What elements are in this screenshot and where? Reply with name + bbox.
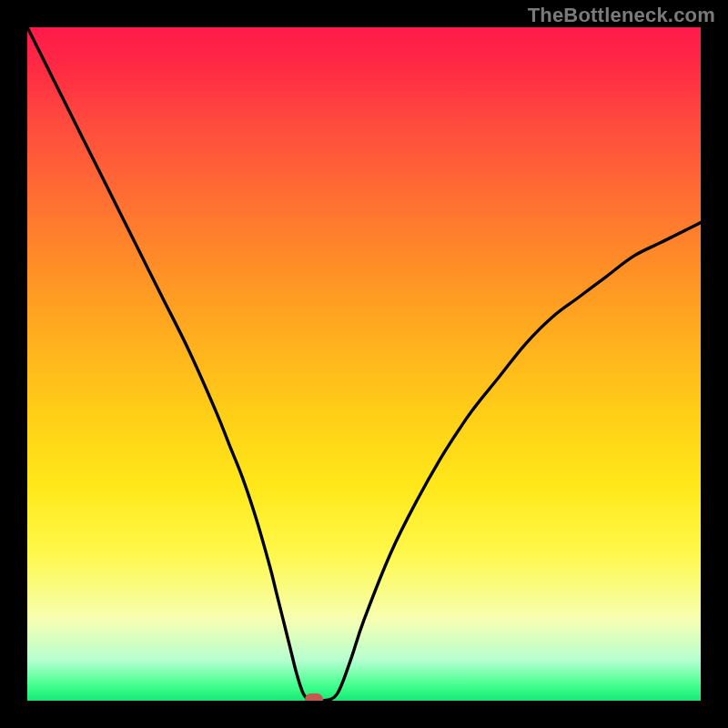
bottleneck-curve (27, 27, 701, 701)
optimal-point-marker (305, 693, 323, 701)
chart-frame: TheBottleneck.com (0, 0, 728, 728)
watermark-text: TheBottleneck.com (528, 4, 715, 27)
plot-area (27, 27, 701, 701)
